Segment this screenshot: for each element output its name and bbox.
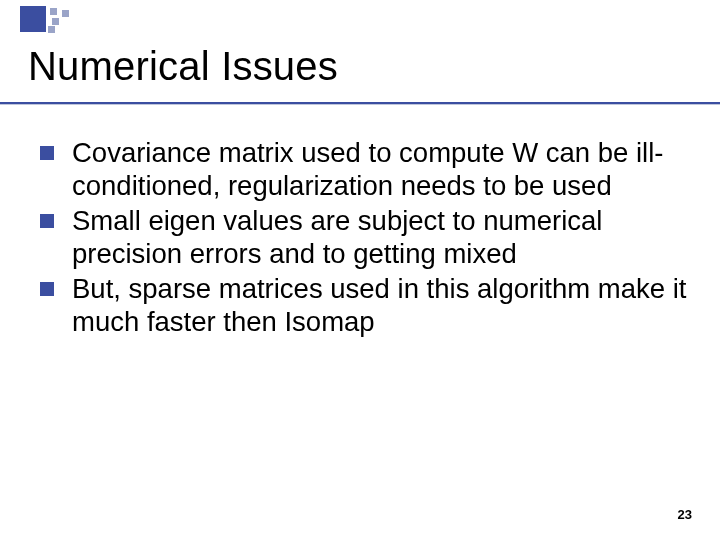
- bullet-item: Covariance matrix used to compute W can …: [38, 136, 688, 202]
- bullet-item: Small eigen values are subject to numeri…: [38, 204, 688, 270]
- bullet-list: Covariance matrix used to compute W can …: [38, 136, 688, 338]
- slide-body: Covariance matrix used to compute W can …: [38, 136, 688, 340]
- title-rule: [0, 102, 720, 104]
- slide-title: Numerical Issues: [28, 44, 338, 89]
- page-number: 23: [678, 507, 692, 522]
- corner-decoration-icon: [0, 0, 90, 38]
- slide: Numerical Issues Covariance matrix used …: [0, 0, 720, 540]
- bullet-item: But, sparse matrices used in this algori…: [38, 272, 688, 338]
